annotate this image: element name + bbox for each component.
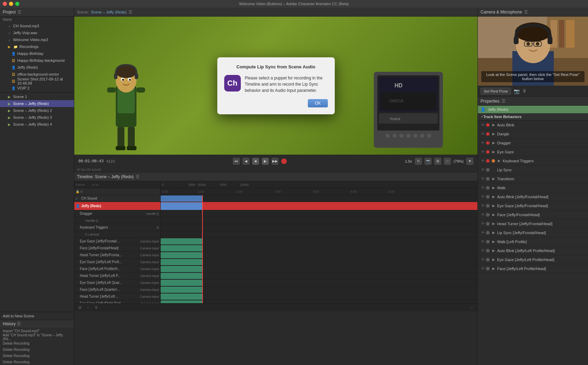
behavior-face-left[interactable]: 👁 ▶ Face [Jeffy/Left Profile/Head] bbox=[478, 264, 588, 273]
track-head-left[interactable]: Head Turner [Jeffy/Left ... Camera Input bbox=[74, 293, 160, 300]
history-item-6[interactable]: Delete Recording bbox=[0, 359, 74, 365]
mic-icon-right[interactable]: 🎙 bbox=[522, 88, 527, 94]
play-button[interactable]: ▶ bbox=[262, 158, 269, 165]
settings-icon[interactable]: ⚙ bbox=[77, 305, 83, 310]
tree-item-jeffy-voip[interactable]: ♪ Jeffy Voip.wav bbox=[0, 29, 74, 36]
tree-item-scene-jeffy-redo-3[interactable]: ▶ Scene – Jeffy (Redo) 3 bbox=[0, 114, 74, 121]
visibility-icon[interactable]: 👁 bbox=[481, 266, 485, 271]
tree-item-scene1[interactable]: ▶ Scene 1 bbox=[0, 93, 74, 100]
behavior-face-frontal[interactable]: 👁 ▶ Face [Jeffy/Frontal/Head] bbox=[478, 210, 588, 219]
maximize-button[interactable] bbox=[15, 2, 19, 6]
skip-to-start-button[interactable]: ⏮ bbox=[233, 158, 240, 165]
behavior-expand-icon[interactable]: ▶ bbox=[492, 267, 496, 271]
track-face-frontal[interactable]: Face [Jeffy/Frontal/Head] Camera Input bbox=[74, 245, 160, 252]
visibility-icon[interactable]: 👁 bbox=[481, 150, 485, 154]
behavior-eye-gaze[interactable]: 👁 ▶ Eye Gaze bbox=[478, 147, 588, 156]
properties-menu-icon[interactable]: ☰ bbox=[502, 99, 505, 104]
visibility-icon[interactable]: 👁 bbox=[481, 141, 485, 145]
scene-name[interactable]: Scene – Jeffy (Redo) bbox=[91, 10, 126, 14]
visibility-icon[interactable]: 👁 bbox=[481, 221, 485, 226]
behavior-expand-icon[interactable]: ▶ bbox=[492, 123, 496, 127]
behavior-auto-blink-frontal[interactable]: 👁 ▶ Auto Blink [Jeffy/Frontal/Head] bbox=[478, 192, 588, 201]
sync-button[interactable]: ↻ bbox=[415, 158, 422, 165]
track-keyboard-latched[interactable]: 5 Latched bbox=[74, 231, 160, 238]
history-item-5[interactable]: Delete Recording bbox=[0, 353, 74, 359]
history-item-2[interactable]: Add "CH Sound.mp3" to "Scene – Jeffy (Re… bbox=[0, 334, 74, 340]
camera-button[interactable]: 📷 bbox=[425, 158, 431, 165]
visibility-icon[interactable]: 👁 bbox=[481, 176, 485, 181]
behavior-walk-left[interactable]: 👁 ▶ Walk [Left Profile] bbox=[478, 237, 588, 246]
tree-item-recordings[interactable]: ▶ 📁 Recordings bbox=[0, 43, 74, 50]
step-forward-button[interactable]: ▶▶ bbox=[272, 158, 278, 165]
visibility-icon[interactable]: 👁 bbox=[481, 203, 485, 208]
tree-item-office-bg[interactable]: 🖼 office-background-vector bbox=[0, 71, 74, 78]
track-dragger-handle[interactable]: Handle () bbox=[74, 217, 160, 224]
track-eye-gaze-frontal[interactable]: Eye Gaze [Jeffy/Frontal/... Camera Input bbox=[74, 238, 160, 245]
track-head-frontal[interactable]: Head Turner [Jeffy/Fronta... Camera Inpu… bbox=[74, 252, 160, 259]
tree-item-scene-jeffy-redo[interactable]: ▶ Scene – Jeffy (Redo) bbox=[0, 100, 74, 107]
behavior-expand-icon[interactable]: ▶ bbox=[492, 177, 496, 181]
zoom-dropdown[interactable]: ▼ bbox=[466, 158, 473, 165]
visibility-icon[interactable]: 👁 bbox=[481, 194, 485, 199]
visibility-icon[interactable]: 👁 bbox=[481, 159, 485, 163]
behavior-keyboard[interactable]: 👁 ▶ Keyboard Triggers bbox=[478, 156, 588, 165]
export-button[interactable]: ⊞ bbox=[434, 158, 441, 165]
mic-icon[interactable]: 🎙 bbox=[94, 305, 99, 310]
visibility-icon[interactable]: 👁 bbox=[481, 257, 485, 262]
history-item-4[interactable]: Delete Recording bbox=[0, 346, 74, 353]
track-eye-left-quar[interactable]: Eye Gaze [Jeffy/Left Quar... Camera Inpu… bbox=[74, 279, 160, 286]
add-to-scene-button[interactable]: Add to New Scene bbox=[0, 312, 74, 320]
export-icon[interactable]: ↑ bbox=[469, 305, 475, 310]
behavior-eye-gaze-left[interactable]: 👁 ▶ Eye Gaze [Jeffy/Left Profile/Head] bbox=[478, 255, 588, 264]
behavior-expand-icon[interactable]: ▶ bbox=[492, 195, 496, 199]
behavior-dangle[interactable]: 👁 ▶ Dangle bbox=[478, 129, 588, 138]
camera-menu-icon[interactable]: ☰ bbox=[524, 10, 528, 15]
behavior-dragger[interactable]: 👁 ▶ Dragger bbox=[478, 138, 588, 147]
behavior-expand-icon[interactable]: ▶ bbox=[492, 150, 496, 154]
minus-icon[interactable]: − bbox=[85, 305, 91, 310]
tree-item-scene-jeffy-redo-4[interactable]: ▶ Scene – Jeffy (Redo) 4 bbox=[0, 121, 74, 128]
camera-icon[interactable]: 📷 bbox=[514, 88, 520, 94]
behavior-expand-icon[interactable]: ▶ bbox=[492, 231, 496, 235]
behavior-auto-blink[interactable]: 👁 ▶ Auto Blink bbox=[478, 121, 588, 129]
behavior-expand-icon[interactable]: ▶ bbox=[492, 258, 496, 262]
behavior-lip-sync-frontal[interactable]: 👁 ▶ Lip Sync [Jeffy/Frontal/Head] bbox=[478, 228, 588, 237]
behavior-expand-icon[interactable]: ▶ bbox=[492, 249, 496, 253]
tree-item-screenshot[interactable]: 🖼 Screen Shot 2017-09-12 at 10.48.08 bbox=[0, 78, 74, 85]
behavior-walk[interactable]: 👁 ▶ Walk bbox=[478, 183, 588, 192]
project-menu-icon[interactable]: ☰ bbox=[18, 10, 21, 15]
tree-item-scene-jeffy-redo-2[interactable]: ▶ Scene – Jeffy (Redo) 2 bbox=[0, 107, 74, 114]
stop-button[interactable]: ■ bbox=[252, 158, 259, 165]
history-item-3[interactable]: Delete Recording bbox=[0, 340, 74, 346]
step-back-button[interactable]: ◀ bbox=[243, 158, 249, 165]
close-button[interactable] bbox=[3, 2, 7, 6]
visibility-icon[interactable]: 👁 bbox=[481, 123, 485, 127]
visibility-icon[interactable]: 👁 bbox=[481, 132, 485, 136]
tree-item-happy-birthday-bg[interactable]: 🖼 Happy-Birthday-background bbox=[0, 57, 74, 64]
visibility-icon[interactable]: 👁 bbox=[481, 230, 485, 235]
dialog-ok-button[interactable]: OK bbox=[308, 99, 328, 107]
tree-item-ch-sound[interactable]: ♪ CH Sound.mp3 bbox=[0, 22, 74, 29]
behavior-auto-blink-left[interactable]: 👁 ▶ Auto Blink [Jeffy/Left Profile/Head] bbox=[478, 246, 588, 255]
set-rest-pose-button[interactable]: Set Rest Pose bbox=[481, 88, 511, 95]
behavior-expand-icon[interactable]: ▶ bbox=[492, 204, 496, 208]
view-button[interactable]: □ bbox=[444, 158, 451, 165]
tree-item-jeffy-redo[interactable]: 👤 Jeffy (Redo) bbox=[0, 64, 74, 71]
minimize-button[interactable] bbox=[9, 2, 13, 6]
behavior-expand-icon[interactable]: ▶ bbox=[492, 240, 496, 244]
visibility-icon[interactable]: 👁 bbox=[481, 239, 485, 244]
track-head-left-prof[interactable]: Head Turner [Jeffy/Left P... Camera Inpu… bbox=[74, 272, 160, 279]
behavior-eye-gaze-frontal[interactable]: 👁 ▶ Eye Gaze [Jeffy/Frontal/Head] bbox=[478, 201, 588, 210]
behavior-lip-sync[interactable]: 👁 Lip Sync bbox=[478, 165, 588, 174]
visibility-icon[interactable]: 👁 bbox=[481, 248, 485, 253]
history-menu-icon[interactable]: ☰ bbox=[17, 321, 21, 326]
visibility-icon[interactable]: 👁 bbox=[481, 167, 485, 172]
track-face-left-quar[interactable]: Face [Jeffy/Left Quarter/... Camera Inpu… bbox=[74, 286, 160, 293]
behavior-expand-icon[interactable]: ▶ bbox=[492, 213, 496, 217]
track-eye-right-prof[interactable]: Eye Gaze [Jeffy/Right Prof... Camera Inp… bbox=[74, 300, 160, 303]
track-jeffy-redo[interactable]: 👤 Jeffy (Redo) bbox=[74, 202, 160, 210]
track-keyboard[interactable]: Keyboard Triggers E bbox=[74, 224, 160, 231]
behavior-head-turner-frontal[interactable]: 👁 ▶ Head Turner [Jeffy/Frontal/Head] bbox=[478, 219, 588, 228]
track-dragger[interactable]: Dragger Handle () bbox=[74, 210, 160, 217]
behavior-expand-icon[interactable]: ▶ bbox=[492, 222, 496, 226]
